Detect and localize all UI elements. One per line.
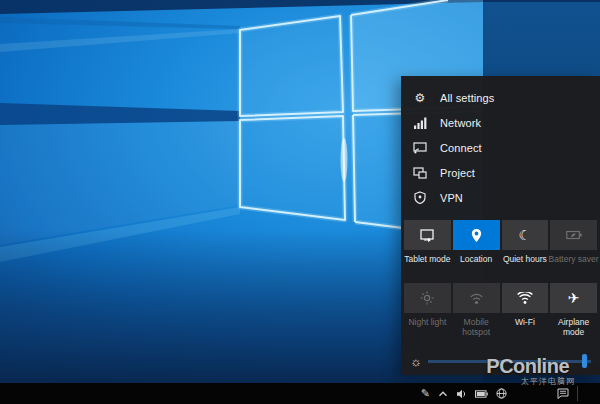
menu-item-vpn[interactable]: VPN	[401, 185, 600, 210]
quick-action-cell: ☾ Quiet hours	[502, 220, 549, 283]
menu-item-label: Project	[440, 167, 475, 179]
wifi-tile[interactable]	[502, 283, 549, 313]
brightness-slider-track[interactable]	[428, 360, 591, 363]
quick-action-cell: Night light	[404, 283, 451, 346]
menu-item-label: Network	[440, 117, 481, 129]
desktop[interactable]: ⚙ All settings Network	[0, 0, 600, 404]
brightness-row: ☼	[410, 353, 591, 369]
pen-icon[interactable]: ✎	[421, 388, 430, 399]
vpn-icon	[412, 191, 428, 204]
brightness-slider[interactable]	[428, 354, 591, 368]
menu-item-label: All settings	[440, 92, 494, 104]
quiet-hours-icon: ☾	[519, 228, 532, 242]
tile-label: Wi-Fi	[498, 317, 553, 327]
quiet-hours-tile[interactable]: ☾	[502, 220, 549, 250]
mobile-hotspot-tile[interactable]	[453, 283, 500, 313]
volume-icon[interactable]	[456, 389, 467, 399]
tile-label: Airplane mode	[546, 317, 600, 337]
system-clock[interactable]	[515, 385, 549, 403]
night-light-tile[interactable]	[404, 283, 451, 313]
tile-label: Mobile hotspot	[449, 317, 504, 337]
tablet-mode-icon	[419, 228, 435, 242]
night-light-icon	[420, 291, 434, 305]
quick-action-cell: Wi-Fi	[502, 283, 549, 346]
taskbar[interactable]: ✎	[0, 383, 600, 404]
quick-action-cell: ✈ Airplane mode	[550, 283, 597, 346]
location-tile[interactable]	[453, 220, 500, 250]
tray-divider	[577, 386, 578, 401]
gear-icon: ⚙	[412, 92, 428, 104]
tablet-mode-tile[interactable]	[404, 220, 451, 250]
brightness-thumb[interactable]	[582, 354, 587, 368]
show-desktop-button[interactable]	[586, 383, 591, 404]
quick-actions-grid: Tablet mode Location ☾ Quiet hours	[404, 220, 597, 346]
menu-item-network[interactable]: Network	[401, 110, 600, 135]
battery-saver-tile[interactable]	[550, 220, 597, 250]
tile-label: Tablet mode	[400, 254, 455, 264]
action-center-panel: ⚙ All settings Network	[401, 76, 600, 375]
quick-action-cell: Mobile hotspot	[453, 283, 500, 346]
airplane-mode-icon: ✈	[568, 291, 580, 305]
menu-item-all-settings[interactable]: ⚙ All settings	[401, 85, 600, 110]
action-center-icon[interactable]	[557, 388, 569, 399]
tile-label: Location	[449, 254, 504, 264]
network-tray-icon[interactable]	[496, 388, 507, 399]
quick-action-cell: Battery saver	[550, 220, 597, 283]
battery-saver-icon	[566, 230, 582, 240]
network-signal-icon	[412, 117, 428, 129]
brightness-sun-icon: ☼	[410, 354, 428, 369]
hidden-icons-chevron-icon[interactable]	[438, 390, 448, 398]
quick-links-menu: ⚙ All settings Network	[401, 76, 600, 210]
menu-item-connect[interactable]: Connect	[401, 135, 600, 160]
connect-icon	[412, 142, 428, 154]
quick-action-cell: Location	[453, 220, 500, 283]
quick-action-cell: Tablet mode	[404, 220, 451, 283]
project-icon	[412, 167, 428, 179]
airplane-mode-tile[interactable]: ✈	[550, 283, 597, 313]
wifi-icon	[517, 292, 533, 304]
mobile-hotspot-icon	[469, 292, 484, 305]
location-icon	[470, 228, 483, 243]
tile-label: Night light	[400, 317, 455, 327]
menu-item-label: Connect	[440, 142, 482, 154]
tile-label: Battery saver	[546, 254, 600, 264]
tile-label: Quiet hours	[498, 254, 553, 264]
menu-item-project[interactable]: Project	[401, 160, 600, 185]
battery-icon[interactable]	[475, 390, 488, 398]
menu-item-label: VPN	[440, 192, 463, 204]
